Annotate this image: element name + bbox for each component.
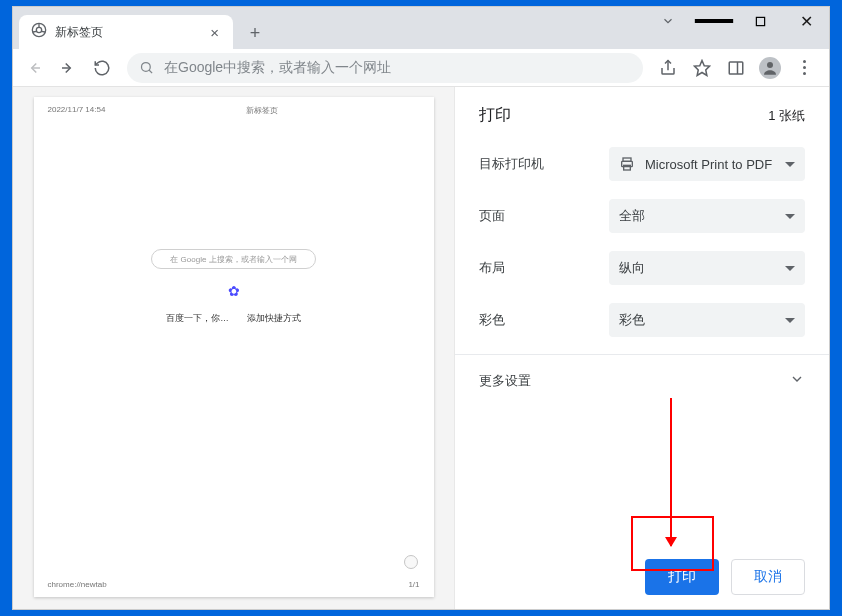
caret-down-icon <box>785 266 795 271</box>
back-button[interactable] <box>19 53 49 83</box>
caret-down-icon <box>785 162 795 167</box>
pages-label: 页面 <box>479 207 609 225</box>
layout-label: 布局 <box>479 259 609 277</box>
more-settings-toggle[interactable]: 更多设置 <box>455 355 829 406</box>
customize-icon <box>404 555 418 569</box>
tab-title: 新标签页 <box>55 24 206 41</box>
layout-value: 纵向 <box>619 259 785 277</box>
cancel-button[interactable]: 取消 <box>731 559 805 595</box>
star-icon[interactable] <box>687 53 717 83</box>
preview-shortcut-add: 添加快捷方式 <box>247 313 301 325</box>
svg-point-1 <box>36 27 41 32</box>
window-controls: ✕ <box>645 7 829 49</box>
destination-label: 目标打印机 <box>479 155 609 173</box>
reload-button[interactable] <box>87 53 117 83</box>
layout-select[interactable]: 纵向 <box>609 251 805 285</box>
destination-value: Microsoft Print to PDF <box>645 157 785 172</box>
svg-line-10 <box>149 70 152 73</box>
paw-icon: ✿ <box>228 283 240 299</box>
forward-button[interactable] <box>53 53 83 83</box>
svg-line-4 <box>33 31 37 32</box>
tab-strip: 新标签页 × + ✕ <box>13 7 829 49</box>
tab[interactable]: 新标签页 × <box>19 15 233 49</box>
print-settings-panel: 打印 1 张纸 目标打印机 Microsoft Print to PDF 页面 <box>454 87 829 609</box>
svg-rect-13 <box>729 62 743 74</box>
preview-header: 2022/11/7 14:54 新标签页 <box>34 97 434 124</box>
address-placeholder: 在Google中搜索，或者输入一个网址 <box>164 59 391 77</box>
chrome-icon <box>31 22 47 42</box>
preview-footer: chrome://newtab 1/1 <box>34 572 434 597</box>
search-icon <box>139 60 154 75</box>
window-maximize-button[interactable] <box>737 7 783 35</box>
preview-page-number: 1/1 <box>408 580 419 589</box>
caret-down-icon <box>785 214 795 219</box>
svg-point-15 <box>767 62 773 68</box>
print-preview-panel: 2022/11/7 14:54 新标签页 在 Google 上搜索，或者输入一个… <box>13 87 454 609</box>
color-value: 彩色 <box>619 311 785 329</box>
share-icon[interactable] <box>653 53 683 83</box>
chevron-down-icon[interactable] <box>645 7 691 35</box>
svg-line-3 <box>41 31 45 32</box>
print-page-count: 1 张纸 <box>768 107 805 125</box>
profile-avatar[interactable] <box>755 53 785 83</box>
destination-select[interactable]: Microsoft Print to PDF <box>609 147 805 181</box>
svg-rect-6 <box>756 17 764 25</box>
window-minimize-button[interactable] <box>691 7 737 35</box>
sidepanel-icon[interactable] <box>721 53 751 83</box>
print-actions: 打印 取消 <box>455 545 829 609</box>
preview-url: chrome://newtab <box>48 580 107 589</box>
color-select[interactable]: 彩色 <box>609 303 805 337</box>
toolbar: 在Google中搜索，或者输入一个网址 <box>13 49 829 87</box>
main-content: 2022/11/7 14:54 新标签页 在 Google 上搜索，或者输入一个… <box>13 87 829 609</box>
pages-select[interactable]: 全部 <box>609 199 805 233</box>
preview-timestamp: 2022/11/7 14:54 <box>48 105 106 116</box>
caret-down-icon <box>785 318 795 323</box>
print-button[interactable]: 打印 <box>645 559 719 595</box>
preview-page-name: 新标签页 <box>105 105 419 116</box>
preview-shortcut-baidu: 百度一下，你… <box>166 313 229 325</box>
window-close-button[interactable]: ✕ <box>783 7 829 35</box>
svg-marker-12 <box>695 60 710 75</box>
printer-icon <box>619 156 637 172</box>
address-bar[interactable]: 在Google中搜索，或者输入一个网址 <box>127 53 643 83</box>
pages-value: 全部 <box>619 207 785 225</box>
preview-page[interactable]: 2022/11/7 14:54 新标签页 在 Google 上搜索，或者输入一个… <box>34 97 434 597</box>
kebab-menu-icon[interactable] <box>789 60 819 75</box>
chevron-down-icon <box>789 371 805 390</box>
tab-close-icon[interactable]: × <box>206 24 223 41</box>
print-title: 打印 <box>479 105 768 126</box>
new-tab-button[interactable]: + <box>241 19 269 47</box>
browser-window: 新标签页 × + ✕ 在Goog <box>12 6 830 610</box>
svg-point-9 <box>142 63 151 72</box>
more-settings-label: 更多设置 <box>479 372 531 390</box>
color-label: 彩色 <box>479 311 609 329</box>
preview-search-bar: 在 Google 上搜索，或者输入一个网 <box>151 249 316 269</box>
